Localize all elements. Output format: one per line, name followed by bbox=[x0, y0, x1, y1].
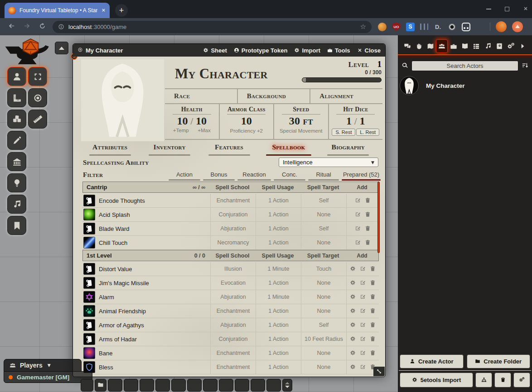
tool-sound-tools[interactable] bbox=[7, 195, 26, 214]
sheet-scrollbar[interactable] bbox=[377, 182, 380, 253]
spell-image[interactable] bbox=[83, 263, 95, 275]
detail-field[interactable]: Background bbox=[237, 89, 310, 103]
close-window-icon[interactable] bbox=[523, 6, 528, 12]
speed-value[interactable]: 30 ft bbox=[274, 115, 328, 128]
long-rest-button[interactable]: L. Rest bbox=[356, 129, 379, 136]
filter-concentration[interactable]: Conc. bbox=[273, 171, 306, 181]
tool-dice-roller[interactable] bbox=[7, 110, 26, 129]
spell-name[interactable]: Acid Splash bbox=[99, 211, 130, 218]
extension-tab-grid-icon[interactable] bbox=[420, 24, 428, 30]
spell-name[interactable]: Bless bbox=[99, 364, 113, 371]
spell-row[interactable]: Chill Touch Necromancy 1 Action None bbox=[82, 236, 379, 250]
sidebar-tab-playlists[interactable] bbox=[482, 39, 493, 53]
spell-image[interactable] bbox=[83, 237, 95, 249]
health-stat[interactable]: Health 10 / 10 +Temp+Max bbox=[165, 104, 219, 139]
filter-prepared[interactable]: Prepared (52) bbox=[341, 171, 382, 181]
spell-image[interactable] bbox=[83, 347, 95, 359]
sidebar-tab-compendium[interactable] bbox=[494, 39, 505, 53]
spell-name[interactable]: Arms of Hadar bbox=[99, 336, 137, 343]
window-resize-handle[interactable] bbox=[373, 367, 385, 376]
spell-row[interactable]: Bless Enchantment 1 Action None bbox=[82, 360, 379, 374]
hotbar-page-button[interactable] bbox=[282, 379, 292, 392]
spellcasting-select[interactable]: Intelligence ▼ bbox=[279, 158, 378, 167]
macro-slot[interactable] bbox=[140, 379, 154, 392]
sidebar-tab-settings[interactable] bbox=[505, 39, 517, 53]
trash-icon[interactable] bbox=[370, 280, 376, 286]
edit-icon[interactable] bbox=[360, 350, 366, 356]
macro-slot[interactable] bbox=[187, 379, 202, 392]
edit-icon[interactable] bbox=[360, 280, 366, 286]
character-portrait[interactable] bbox=[81, 59, 164, 141]
character-sheet-window[interactable]: G My Character Sheet Prototype Token Imp… bbox=[73, 43, 386, 377]
edit-icon[interactable] bbox=[355, 239, 361, 245]
ac-value[interactable]: 10 bbox=[220, 115, 274, 128]
edit-icon[interactable] bbox=[360, 364, 366, 370]
tool-select-token[interactable] bbox=[7, 67, 26, 86]
trash-icon[interactable] bbox=[370, 308, 376, 314]
spell-image[interactable] bbox=[83, 277, 95, 289]
edit-icon[interactable] bbox=[360, 308, 366, 314]
My Character[interactable]: My Character bbox=[398, 74, 532, 97]
close-button[interactable]: Close bbox=[357, 47, 381, 54]
import-button[interactable]: Import bbox=[294, 47, 320, 54]
sidebar-tab-items[interactable] bbox=[448, 39, 459, 53]
tool-measure-templates[interactable] bbox=[7, 88, 26, 107]
spell-image[interactable] bbox=[83, 319, 95, 331]
new-tab-button[interactable]: + bbox=[115, 4, 128, 17]
filter-ritual[interactable]: Ritual bbox=[307, 171, 340, 181]
spell-image[interactable] bbox=[83, 305, 95, 317]
section-slots[interactable]: ∞ / ∞ bbox=[193, 184, 205, 191]
browser-tab[interactable]: Foundry Virtual Tabletop • A Stan bbox=[5, 3, 110, 18]
hp-temp-label[interactable]: +Temp bbox=[173, 128, 189, 133]
macro-slot[interactable] bbox=[171, 379, 186, 392]
spell-row[interactable]: Arms of Hadar Conjuration 1 Action 10 Fe… bbox=[82, 332, 379, 346]
spell-row[interactable]: Animal Friendship Enchantment 1 Action N… bbox=[82, 304, 379, 318]
collapse-controls-button[interactable] bbox=[55, 42, 68, 54]
spell-row[interactable]: Armor of Agathys Abjuration 1 Action Sel… bbox=[82, 318, 379, 332]
trash-icon[interactable] bbox=[365, 211, 371, 217]
actor-name[interactable]: My Character bbox=[426, 82, 465, 89]
macro-slot[interactable] bbox=[155, 379, 170, 392]
macro-slot[interactable] bbox=[235, 379, 249, 392]
trash-icon[interactable] bbox=[370, 266, 376, 272]
gear-icon[interactable] bbox=[350, 294, 356, 300]
spell-image[interactable] bbox=[83, 291, 95, 303]
sidebar-tab-scenes[interactable] bbox=[425, 39, 436, 53]
sidebar-collapse[interactable] bbox=[517, 39, 528, 53]
spell-image[interactable] bbox=[83, 209, 95, 220]
gear-icon[interactable] bbox=[350, 308, 356, 314]
edit-icon[interactable] bbox=[355, 225, 361, 231]
macro-slot[interactable] bbox=[203, 379, 218, 392]
extension-cookie-icon[interactable] bbox=[378, 23, 387, 31]
tool-select-targets[interactable] bbox=[28, 67, 47, 86]
tool-tile-tools[interactable] bbox=[7, 152, 26, 171]
hd-current[interactable]: 1 bbox=[346, 115, 352, 127]
trash-icon[interactable] bbox=[370, 336, 376, 342]
extension-ublock-icon[interactable]: UO bbox=[392, 23, 401, 31]
spell-row[interactable]: Blade Ward Abjuration 1 Action Self bbox=[82, 222, 379, 236]
tool-note-tools[interactable] bbox=[7, 216, 26, 235]
level-value[interactable]: 1 bbox=[377, 59, 382, 69]
spell-row[interactable]: Jim's Magic Missile Evocation 1 Action N… bbox=[82, 276, 379, 290]
trash-icon[interactable] bbox=[370, 350, 376, 356]
detail-field[interactable]: Alignment bbox=[310, 89, 382, 103]
delete-button[interactable] bbox=[494, 373, 511, 387]
bookmark-star-icon[interactable]: ☆ bbox=[360, 23, 366, 31]
site-info-icon[interactable] bbox=[58, 23, 64, 30]
trash-icon[interactable] bbox=[365, 225, 371, 231]
prototype-token-button[interactable]: Prototype Token bbox=[234, 47, 288, 54]
tab-attributes[interactable]: Attributes bbox=[80, 143, 140, 157]
minimize-icon[interactable] bbox=[486, 9, 491, 10]
spell-name[interactable]: Jim's Magic Missile bbox=[99, 280, 149, 287]
spell-name[interactable]: Animal Friendship bbox=[99, 308, 146, 315]
sort-icon[interactable] bbox=[522, 62, 528, 70]
tab-close-icon[interactable] bbox=[101, 8, 106, 13]
sidebar-tab-tables[interactable] bbox=[471, 39, 482, 53]
armor-class-stat[interactable]: Armor Class 10 Proficiency +2 bbox=[219, 104, 274, 139]
spell-name[interactable]: Encode Thoughts bbox=[99, 197, 145, 204]
extension-d-ext-icon[interactable]: D. bbox=[434, 23, 442, 31]
spell-name[interactable]: Chill Touch bbox=[99, 239, 127, 246]
gear-icon[interactable] bbox=[350, 350, 356, 356]
gear-icon[interactable] bbox=[350, 280, 356, 286]
forward-icon[interactable] bbox=[23, 22, 31, 31]
